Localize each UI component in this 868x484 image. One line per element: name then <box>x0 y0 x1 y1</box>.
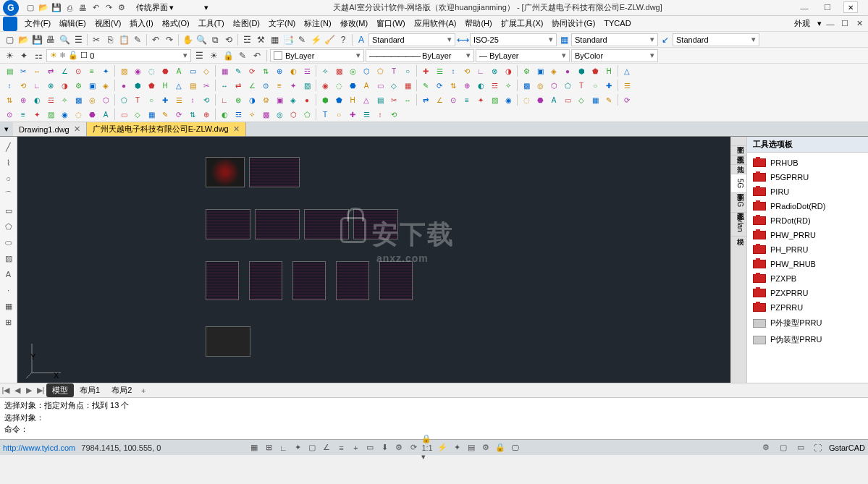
tool-icon[interactable]: ∟ <box>30 79 43 92</box>
tool-icon[interactable]: ⬢ <box>131 79 144 92</box>
tool-icon[interactable]: △ <box>360 93 373 106</box>
model-icon[interactable]: ▭ <box>363 441 376 454</box>
menu-item[interactable]: TYCAD <box>599 17 635 29</box>
rect-icon[interactable]: ▭ <box>1 203 16 218</box>
tool-icon[interactable]: ○ <box>145 93 158 106</box>
tool-icon[interactable]: ◎ <box>534 79 547 92</box>
palette-item[interactable]: P伪装型PRRU <box>750 331 865 348</box>
tool-icon[interactable]: ↔ <box>218 79 231 92</box>
publish-icon[interactable]: ☰ <box>72 33 85 46</box>
menu-item[interactable]: 格式(O) <box>158 17 194 29</box>
dim-style-dropdown[interactable]: ISO-25▾ <box>470 33 557 46</box>
tool-icon[interactable]: ☲ <box>488 79 501 92</box>
tool-icon[interactable]: ✎ <box>602 93 615 106</box>
mon-icon[interactable]: 🖵 <box>508 441 521 454</box>
tool-icon[interactable]: ✦ <box>287 79 300 92</box>
save-icon[interactable]: 💾 <box>30 33 43 46</box>
layer-iso-icon[interactable]: ☰ <box>193 49 206 62</box>
tool-icon[interactable]: ☲ <box>300 64 313 77</box>
palette-item[interactable]: PHW_RHUB <box>750 257 865 271</box>
tool-icon[interactable]: ▨ <box>44 108 57 121</box>
text-style-dropdown[interactable]: Standard▾ <box>368 33 455 46</box>
menu-item[interactable]: 扩展工具(X) <box>497 17 548 29</box>
tool-icon[interactable]: ⟳ <box>433 79 446 92</box>
menu-item[interactable]: 工具(T) <box>194 17 229 29</box>
tool-icon[interactable]: ⇅ <box>447 79 460 92</box>
tool-icon[interactable]: ◎ <box>346 64 359 77</box>
close-icon[interactable]: ✕ <box>233 124 240 134</box>
tool-icon[interactable]: H <box>602 64 615 77</box>
tool-icon[interactable]: ⟲ <box>200 93 213 106</box>
side-tab[interactable]: 系统图 <box>731 146 746 156</box>
menu-item[interactable]: 文件(F) <box>20 17 55 29</box>
tool-icon[interactable]: ✦ <box>30 108 43 121</box>
last-icon[interactable]: ▶| <box>35 385 46 396</box>
tool-icon[interactable]: ▦ <box>401 79 414 92</box>
tool-icon[interactable]: ◑ <box>502 64 515 77</box>
tool-icon[interactable]: ☰ <box>620 79 633 92</box>
minimize-button[interactable]: — <box>796 1 813 14</box>
skin-dropdown[interactable]: 传统界面 ▾ ▾ <box>136 2 208 13</box>
maximize-button[interactable]: ☐ <box>819 1 836 14</box>
tool-icon[interactable]: ◉ <box>319 79 332 92</box>
thumb[interactable] <box>304 209 349 239</box>
tool-icon[interactable]: A <box>172 64 185 77</box>
tool-icon[interactable]: ⟲ <box>460 64 473 77</box>
tool-icon[interactable]: ⟳ <box>620 93 633 106</box>
markup-icon[interactable]: ✎ <box>295 33 308 46</box>
layout1-tab[interactable]: 布局1 <box>74 383 106 397</box>
tool-icon[interactable]: ⬡ <box>287 108 300 121</box>
hatch-icon[interactable]: ▨ <box>1 251 16 266</box>
arc-icon[interactable]: ⌒ <box>1 187 16 202</box>
tool-icon[interactable]: ▭ <box>561 93 574 106</box>
undo-icon[interactable]: ↶ <box>90 2 101 14</box>
sc-icon[interactable]: ⚙ <box>392 441 405 454</box>
snap-icon[interactable]: ⊞ <box>262 441 275 454</box>
tool-icon[interactable]: ∟ <box>218 93 231 106</box>
table-style-dropdown[interactable]: Standard▾ <box>571 33 658 46</box>
redo-icon[interactable]: ↷ <box>163 33 176 46</box>
tool-icon[interactable]: ◌ <box>520 93 533 106</box>
tool-icon[interactable]: ▨ <box>300 79 313 92</box>
tp-icon[interactable]: ▦ <box>268 33 281 46</box>
tool-icon[interactable]: ⊗ <box>488 64 501 77</box>
tool-icon[interactable]: ☰ <box>172 93 185 106</box>
tool-icon[interactable]: H <box>159 79 172 92</box>
tool-icon[interactable]: ⟳ <box>172 108 185 121</box>
zoom-window-icon[interactable]: ⧉ <box>208 33 222 46</box>
tool-icon[interactable]: ⟳ <box>245 64 258 77</box>
tool-icon[interactable]: ▭ <box>186 64 199 77</box>
prev-icon[interactable]: ◀ <box>12 385 23 396</box>
tool-icon[interactable]: ◈ <box>287 93 300 106</box>
layer-props-icon[interactable]: ☀ <box>3 49 16 62</box>
menu-item[interactable]: 视图(V) <box>90 17 126 29</box>
text-style-icon[interactable]: A <box>355 33 368 46</box>
tool-icon[interactable]: ⊗ <box>44 79 57 92</box>
tool-icon[interactable]: ○ <box>401 64 414 77</box>
doc-close-button[interactable]: ✕ <box>843 1 858 13</box>
tool-icon[interactable]: ⇅ <box>3 93 16 106</box>
tool-icon[interactable]: ✚ <box>419 64 432 77</box>
tool-icon[interactable]: ◐ <box>287 64 300 77</box>
plot-icon[interactable]: 🖶 <box>44 33 57 46</box>
tool-icon[interactable]: ✚ <box>346 108 359 121</box>
props-icon[interactable]: ☲ <box>240 33 253 46</box>
palette-item[interactable]: PRHUB <box>750 156 865 170</box>
tool-icon[interactable]: ⚙ <box>72 79 85 92</box>
tool-icon[interactable]: ⬠ <box>561 79 574 92</box>
tool-icon[interactable]: ☰ <box>360 108 373 121</box>
undo-icon[interactable]: ↶ <box>149 33 162 46</box>
tool-icon[interactable]: A <box>547 93 560 106</box>
tool-icon[interactable]: T <box>319 108 332 121</box>
tool-icon[interactable]: ↕ <box>447 64 460 77</box>
saveas-icon[interactable]: ⎙ <box>64 2 75 14</box>
tool-icon[interactable]: ⬠ <box>300 108 313 121</box>
tool-icon[interactable]: ◉ <box>131 64 144 77</box>
dim-style-icon[interactable]: ⟷ <box>456 33 469 46</box>
save-icon[interactable]: 💾 <box>51 2 62 14</box>
tool-icon[interactable]: ▦ <box>218 64 231 77</box>
tool-icon[interactable]: ▦ <box>589 93 602 106</box>
tool-icon[interactable]: A <box>99 108 112 121</box>
thumb[interactable] <box>206 157 245 187</box>
side-tab[interactable]: 平面图 <box>731 137 746 146</box>
